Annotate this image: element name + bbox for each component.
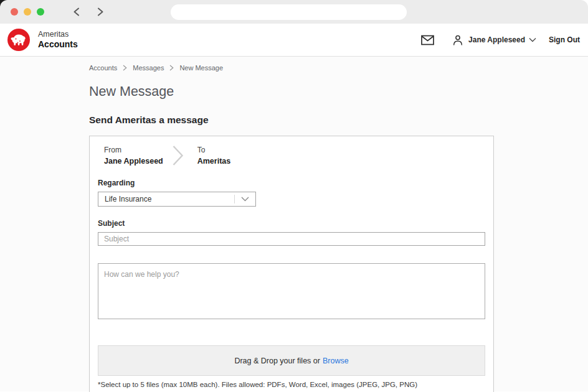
mail-icon	[421, 35, 434, 45]
chevron-right-icon	[169, 65, 174, 71]
window-controls	[11, 8, 44, 16]
messages-button[interactable]	[421, 35, 434, 45]
ameritas-bison-logo-icon	[7, 29, 30, 51]
files-note: *Select up to 5 files (max 10MB each). F…	[98, 381, 485, 388]
breadcrumb-messages[interactable]: Messages	[133, 64, 164, 72]
site-header: Ameritas Accounts Jane Appleseed	[0, 24, 588, 57]
file-dropzone[interactable]: Drag & Drop your files or Browse	[98, 345, 485, 376]
brand[interactable]: Ameritas Accounts	[7, 29, 78, 51]
chevron-right-icon	[172, 145, 184, 166]
chevron-right-icon	[97, 7, 104, 16]
browser-chrome	[0, 0, 588, 24]
to-value: Ameritas	[197, 157, 231, 166]
header-actions: Jane Appleseed Sign Out	[421, 34, 580, 46]
dropzone-text: Drag & Drop your files or	[234, 357, 320, 365]
minimize-button[interactable]	[24, 8, 31, 16]
page-title: New Message	[89, 84, 588, 100]
regarding-selected-value: Life Insurance	[98, 195, 234, 203]
chevron-down-icon	[235, 197, 255, 202]
regarding-select[interactable]: Life Insurance	[98, 192, 256, 207]
chevron-right-icon	[123, 65, 127, 71]
breadcrumb-current: New Message	[179, 64, 223, 72]
address-bar[interactable]	[171, 4, 407, 20]
user-icon	[452, 34, 463, 46]
browser-window: Ameritas Accounts Jane Appleseed	[0, 0, 588, 392]
breadcrumb: Accounts Messages New Message	[89, 64, 588, 72]
regarding-label: Regarding	[98, 179, 485, 187]
brand-product: Accounts	[38, 39, 78, 50]
close-button[interactable]	[11, 8, 18, 16]
zoom-button[interactable]	[37, 8, 44, 16]
chevron-left-icon	[73, 7, 80, 16]
from-to-row: From Jane Appleseed To Ameritas	[98, 145, 485, 166]
subject-input[interactable]	[98, 232, 485, 246]
message-form-card: From Jane Appleseed To Ameritas Regardin…	[89, 136, 494, 392]
browser-back-button[interactable]	[73, 7, 80, 16]
brand-text: Ameritas Accounts	[38, 30, 78, 50]
message-textarea[interactable]	[98, 263, 485, 319]
section-heading: Send Ameritas a message	[89, 114, 588, 126]
browser-forward-button[interactable]	[97, 7, 104, 16]
sign-out-link[interactable]: Sign Out	[549, 35, 580, 44]
user-name: Jane Appleseed	[468, 35, 525, 44]
breadcrumb-accounts[interactable]: Accounts	[89, 64, 117, 72]
main-content: Accounts Messages New Message New Messag…	[0, 57, 588, 391]
subject-label: Subject	[98, 219, 485, 228]
from-label: From	[104, 146, 163, 154]
to-block: To Ameritas	[197, 146, 231, 166]
from-block: From Jane Appleseed	[104, 146, 163, 166]
account-menu[interactable]: Jane Appleseed	[452, 34, 536, 46]
to-label: To	[197, 146, 231, 154]
browse-link[interactable]: Browse	[323, 357, 349, 365]
chevron-down-icon	[529, 37, 536, 42]
from-value: Jane Appleseed	[104, 157, 163, 166]
brand-name: Ameritas	[38, 30, 78, 39]
